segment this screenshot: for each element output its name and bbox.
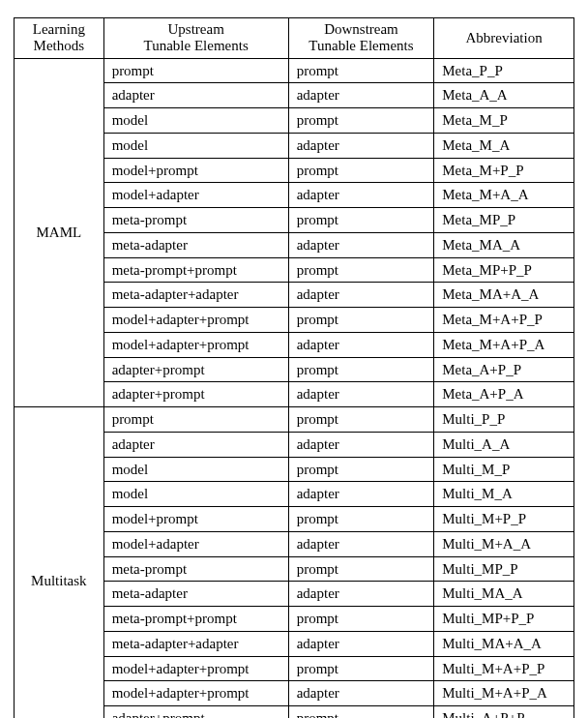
downstream-cell: adapter [288,382,434,407]
downstream-cell: prompt [288,108,434,134]
downstream-cell: prompt [288,607,434,632]
downstream-cell: adapter [288,332,434,357]
upstream-cell: model+adapter [103,531,288,556]
upstream-cell: meta-prompt+prompt [103,607,288,632]
col-header-abbr: Abbreviation [434,18,574,59]
abbr-cell: Multi_M_A [434,482,574,507]
abbr-cell: Meta_P_P [434,58,574,83]
downstream-cell: adapter [288,432,434,457]
abbr-cell: Meta_M+P_P [434,158,574,183]
abbr-cell: Multi_A_A [434,432,574,457]
abbr-cell: Multi_P_P [434,407,574,433]
header-text: Learning [33,21,85,37]
upstream-cell: model [103,133,288,158]
upstream-cell: adapter+prompt [103,706,288,719]
abbr-cell: Multi_A+P+P [434,706,574,719]
header-text: Downstream [324,21,398,37]
abbr-cell: Multi_M+P_P [434,507,574,532]
upstream-cell: meta-prompt [103,208,288,233]
header-text: Upstream [167,21,223,37]
abbr-cell: Meta_M_P [434,108,574,134]
upstream-cell: model+adapter+prompt [103,308,288,333]
header-text: Tunable Elements [309,38,413,53]
downstream-cell: adapter [288,482,434,507]
abbr-cell: Multi_M+A+P_A [434,681,574,706]
upstream-cell: meta-adapter [103,232,288,257]
downstream-cell: adapter [288,631,434,656]
abbr-cell: Multi_MA_A [434,582,574,607]
header-text: Tunable Elements [144,38,249,53]
downstream-cell: adapter [288,681,434,706]
abbr-cell: Multi_M+A_A [434,531,574,556]
abbr-cell: Multi_MA+A_A [434,631,574,656]
upstream-cell: meta-adapter+adapter [103,283,288,308]
table-row: MultitaskpromptpromptMulti_P_P [15,407,574,433]
downstream-cell: adapter [288,582,434,607]
upstream-cell: meta-prompt+prompt [103,257,288,283]
abbr-cell: Meta_MP+P_P [434,257,574,283]
upstream-cell: meta-adapter [103,582,288,607]
upstream-cell: model [103,108,288,134]
downstream-cell: prompt [288,357,434,382]
learning-method-cell: MAML [15,58,104,407]
abbr-cell: Multi_M_P [434,457,574,482]
downstream-cell: adapter [288,133,434,158]
downstream-cell: prompt [288,158,434,183]
abbr-cell: Meta_M+A+P_A [434,332,574,357]
abbr-cell: Meta_MA_A [434,232,574,257]
abbr-cell: Meta_M+A_A [434,183,574,208]
upstream-cell: meta-prompt [103,556,288,582]
upstream-cell: adapter+prompt [103,382,288,407]
abbr-cell: Meta_MP_P [434,208,574,233]
downstream-cell: prompt [288,457,434,482]
header-text: Abbreviation [466,30,543,45]
downstream-cell: prompt [288,507,434,532]
downstream-cell: adapter [288,183,434,208]
col-header-learning: Learning Methods [15,18,104,59]
col-header-downstream: Downstream Tunable Elements [288,18,434,59]
downstream-cell: prompt [288,257,434,283]
downstream-cell: adapter [288,283,434,308]
upstream-cell: adapter [103,432,288,457]
upstream-cell: model+adapter+prompt [103,332,288,357]
upstream-cell: model [103,482,288,507]
group-maml: MAMLpromptpromptMeta_P_PadapteradapterMe… [15,58,574,407]
abbr-cell: Meta_M_A [434,133,574,158]
downstream-cell: prompt [288,208,434,233]
upstream-cell: prompt [103,407,288,433]
upstream-cell: model+prompt [103,158,288,183]
downstream-cell: prompt [288,407,434,433]
abbr-cell: Multi_MP+P_P [434,607,574,632]
upstream-cell: prompt [103,58,288,83]
upstream-cell: model+prompt [103,507,288,532]
col-header-upstream: Upstream Tunable Elements [103,18,288,59]
abbr-cell: Meta_MA+A_A [434,283,574,308]
group-multitask: MultitaskpromptpromptMulti_P_Padapterada… [15,407,574,719]
upstream-cell: adapter [103,83,288,108]
table-row: MAMLpromptpromptMeta_P_P [15,58,574,83]
downstream-cell: adapter [288,531,434,556]
experiment-table: Learning Methods Upstream Tunable Elemen… [14,17,574,718]
abbr-cell: Multi_M+A+P_P [434,656,574,681]
abbr-cell: Meta_A+P_P [434,357,574,382]
header-text: Methods [34,38,85,53]
upstream-cell: model [103,457,288,482]
downstream-cell: prompt [288,656,434,681]
upstream-cell: model+adapter+prompt [103,681,288,706]
downstream-cell: prompt [288,308,434,333]
upstream-cell: meta-adapter+adapter [103,631,288,656]
abbr-cell: Multi_MP_P [434,556,574,582]
downstream-cell: adapter [288,83,434,108]
downstream-cell: prompt [288,556,434,582]
downstream-cell: prompt [288,706,434,719]
downstream-cell: prompt [288,58,434,83]
upstream-cell: adapter+prompt [103,357,288,382]
upstream-cell: model+adapter+prompt [103,656,288,681]
downstream-cell: adapter [288,232,434,257]
upstream-cell: model+adapter [103,183,288,208]
abbr-cell: Meta_M+A+P_P [434,308,574,333]
learning-method-cell: Multitask [15,407,104,719]
abbr-cell: Meta_A_A [434,83,574,108]
abbr-cell: Meta_A+P_A [434,382,574,407]
